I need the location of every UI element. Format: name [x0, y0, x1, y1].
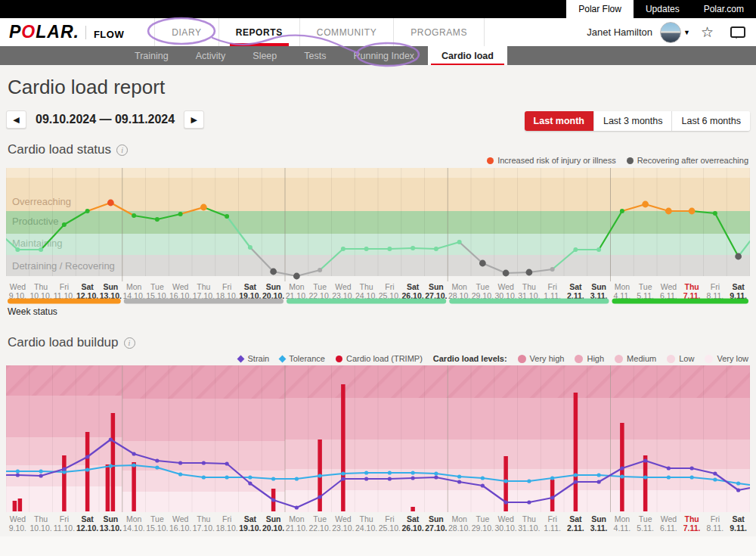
user-name[interactable]: Janet Hamilton [587, 26, 652, 38]
main-nav: POLAR. FLOW DIARY REPORTS COMMUNITY PROG… [0, 18, 756, 46]
polar-logo-text: POLAR. [9, 22, 79, 42]
axis-day-211: Sat2.11. [564, 514, 587, 533]
axis-day-2810: Mon28.10. [448, 514, 471, 533]
period-button-group: Last month Last 3 months Last 6 months [525, 111, 750, 131]
axis-day-1010: Thu10.10. [29, 514, 53, 533]
topbar-tab-updates[interactable]: Updates [634, 0, 692, 18]
last-6-months-button[interactable]: Last 6 months [671, 111, 750, 131]
nav-user-area: Janet Hamilton ▼ ☆ [587, 22, 745, 43]
svg-text:Maintaining: Maintaining [12, 238, 63, 249]
legend-level-very-low: Very low [705, 354, 748, 363]
cardio-load-status-chart: OverreachingProductiveMaintainingDetrain… [6, 168, 750, 281]
axis-day-910: Wed9.10. [6, 514, 29, 533]
user-avatar[interactable] [660, 22, 681, 43]
buildup-chart-axis: Wed9.10.Thu10.10.Fri11.10.Sat12.10.Sun13… [6, 514, 750, 533]
axis-day-1610: Wed16.10. [169, 514, 192, 533]
recover-dot-icon [627, 157, 634, 164]
svg-text:Detraining / Recovering: Detraining / Recovering [12, 260, 115, 272]
legend-level-low: Low [667, 354, 694, 363]
subnav-item-cardio-load[interactable]: Cardio load [428, 46, 507, 65]
high-dot-icon [575, 355, 583, 363]
axis-day-2510: Fri25.10. [378, 514, 401, 533]
axis-day-311: Sun3.11. [587, 514, 611, 533]
axis-day-911: Sat9.11. [727, 514, 750, 533]
chevron-down-icon[interactable]: ▼ [683, 29, 690, 36]
prev-period-button[interactable]: ◀ [6, 110, 26, 129]
legend-strain: Strain [238, 354, 269, 363]
logo-divider [85, 26, 86, 39]
date-range: 09.10.2024 — 09.11.2024 [36, 113, 175, 126]
legend-trimp: Cardio load (TRIMP) [336, 354, 423, 363]
page-title: Cardio load report [8, 76, 165, 99]
axis-day-3110: Thu31.10. [518, 514, 541, 533]
buildup-legend: Strain Tolerance Cardio load (TRIMP) Car… [238, 354, 748, 363]
trimp-dot-icon [336, 356, 342, 362]
axis-day-2210: Tue22.10. [308, 514, 332, 533]
axis-day-2710: Sun27.10. [425, 514, 448, 533]
axis-day-1810: Fri18.10. [215, 514, 239, 533]
low-dot-icon [667, 355, 675, 363]
favorites-star-icon[interactable]: ☆ [701, 23, 714, 41]
nav-menu: DIARY REPORTS COMMUNITY PROGRAMS [154, 18, 485, 46]
next-period-button[interactable]: ▶ [184, 110, 204, 129]
legend-recovering: Recovering after overreaching [627, 156, 748, 165]
axis-day-2110: Mon21.10. [285, 514, 308, 533]
axis-day-1110: Fri11.10. [53, 514, 76, 533]
legend-increased-risk: Increased risk of injury or illness [487, 156, 616, 165]
topbar-tab-polar-com[interactable]: Polar.com [692, 0, 756, 18]
axis-day-2410: Thu24.10. [355, 514, 378, 533]
nav-item-community[interactable]: COMMUNITY [300, 18, 394, 46]
subnav-item-activity[interactable]: Activity [182, 46, 240, 65]
reports-subnav: Training Activity Sleep Tests Running In… [0, 46, 756, 65]
polar-logo[interactable]: POLAR. FLOW [9, 22, 124, 42]
axis-day-711: Thu7.11. [680, 514, 704, 533]
week-status-label: Week status [8, 306, 57, 317]
risk-dot-icon [487, 157, 494, 164]
polar-flow-app: { "topbar": { "tabs": [ { "label": "Pola… [0, 0, 756, 556]
very-low-dot-icon [705, 355, 713, 363]
legend-level-high: High [575, 354, 604, 363]
axis-day-511: Tue5.11. [634, 514, 657, 533]
legend-level-very-high: Very high [518, 354, 565, 363]
axis-day-3010: Wed30.10. [494, 514, 518, 533]
medium-dot-icon [615, 355, 623, 363]
legend-tolerance: Tolerance [280, 354, 325, 363]
status-section-heading: Cardio load status i [8, 142, 128, 157]
tolerance-marker-icon [279, 355, 287, 362]
subnav-item-tests[interactable]: Tests [290, 46, 339, 65]
subnav-item-sleep[interactable]: Sleep [239, 46, 290, 65]
nav-item-diary[interactable]: DIARY [154, 18, 218, 46]
buildup-info-icon[interactable]: i [124, 337, 135, 349]
subnav-item-training[interactable]: Training [121, 46, 182, 65]
last-month-button[interactable]: Last month [525, 111, 593, 131]
cardio-load-buildup-chart [6, 365, 750, 512]
legend-level-medium: Medium [615, 354, 656, 363]
axis-day-2010: Sun20.10. [262, 514, 285, 533]
flow-label: FLOW [94, 29, 124, 40]
axis-day-1210: Sat12.10. [76, 514, 99, 533]
buildup-section-heading: Cardio load buildup i [8, 335, 135, 350]
week-status-bar [6, 298, 750, 304]
axis-day-811: Fri8.11. [704, 514, 727, 533]
strain-marker-icon [237, 355, 245, 362]
axis-day-2610: Sat26.10. [401, 514, 425, 533]
axis-day-1710: Thu17.10. [192, 514, 215, 533]
last-3-months-button[interactable]: Last 3 months [593, 111, 672, 131]
top-bar: Polar Flow Updates Polar.com [0, 0, 756, 18]
axis-day-2310: Wed23.10. [332, 514, 355, 533]
axis-day-2910: Tue29.10. [471, 514, 494, 533]
date-navigation: ◀ 09.10.2024 — 09.11.2024 ▶ [6, 110, 204, 129]
axis-day-111: Fri1.11. [541, 514, 564, 533]
nav-item-reports[interactable]: REPORTS [219, 18, 300, 46]
svg-text:Overreaching: Overreaching [12, 196, 71, 207]
status-info-icon[interactable]: i [116, 144, 128, 156]
axis-day-1410: Mon14.10. [122, 514, 146, 533]
topbar-tab-polar-flow[interactable]: Polar Flow [566, 0, 634, 18]
axis-day-1510: Tue15.10. [146, 514, 169, 533]
nav-item-programs[interactable]: PROGRAMS [394, 18, 485, 46]
very-high-dot-icon [518, 355, 526, 363]
axis-day-1310: Sun13.10. [99, 514, 122, 533]
feedback-chat-icon[interactable] [730, 26, 745, 38]
subnav-item-running-index[interactable]: Running Index [339, 46, 428, 65]
status-legend: Increased risk of injury or illness Reco… [487, 156, 748, 165]
